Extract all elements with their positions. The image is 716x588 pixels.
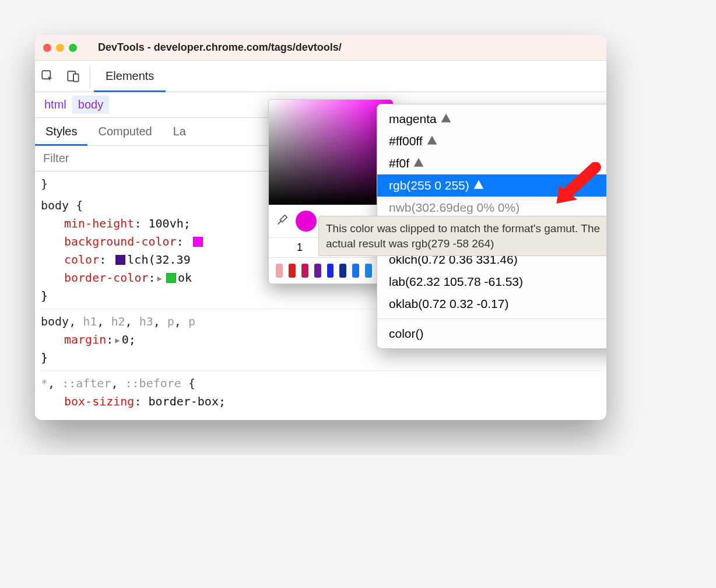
device-toggle-icon[interactable] bbox=[61, 64, 86, 89]
warning-icon bbox=[473, 178, 485, 192]
toolbar-divider bbox=[90, 65, 90, 88]
zoom-window-button[interactable] bbox=[69, 44, 77, 52]
annotation-arrow-icon bbox=[551, 162, 603, 209]
crumb-body[interactable]: body bbox=[72, 96, 109, 114]
swatch-border[interactable] bbox=[166, 273, 176, 283]
close-window-button[interactable] bbox=[43, 44, 51, 52]
expand-icon[interactable]: ▶ bbox=[115, 335, 120, 345]
current-color-swatch bbox=[296, 211, 317, 232]
warning-icon bbox=[426, 134, 438, 148]
subtab-computed[interactable]: Computed bbox=[87, 118, 162, 145]
palette-swatch[interactable] bbox=[276, 264, 283, 278]
menu-divider bbox=[377, 318, 606, 319]
format-option-oklab[interactable]: oklab(0.72 0.32 -0.17) bbox=[377, 293, 606, 315]
color-picker: 1 R ▲▼ bbox=[268, 99, 394, 284]
minimize-window-button[interactable] bbox=[56, 44, 64, 52]
subtab-layout[interactable]: La bbox=[163, 118, 196, 145]
warning-icon bbox=[413, 156, 424, 170]
format-option-hex6[interactable]: #ff00ff bbox=[377, 130, 606, 152]
palette-row: ▲▼ bbox=[269, 257, 393, 284]
palette-swatch[interactable] bbox=[301, 264, 308, 278]
swatch-bg[interactable] bbox=[193, 237, 203, 247]
prop-min-height[interactable]: min-height bbox=[64, 216, 134, 230]
gamut-clip-tooltip: This color was clipped to match the form… bbox=[318, 216, 606, 256]
color-field[interactable] bbox=[269, 100, 393, 205]
prop-border-color[interactable]: border-color bbox=[64, 271, 149, 285]
palette-swatch[interactable] bbox=[314, 264, 321, 278]
svg-rect-2 bbox=[73, 74, 79, 81]
prop-background-color[interactable]: background-color bbox=[64, 235, 177, 249]
selector-universal[interactable]: *, ::after, ::before { bbox=[41, 374, 601, 393]
rule-universal: *, ::after, ::before { box-sizing: borde… bbox=[41, 371, 601, 414]
format-option-lab[interactable]: lab(62.32 105.78 -61.53) bbox=[377, 271, 606, 293]
format-option-magenta[interactable]: magenta bbox=[377, 108, 606, 130]
inspect-element-icon[interactable] bbox=[35, 64, 61, 89]
traffic-lights bbox=[43, 44, 77, 52]
tab-elements[interactable]: Elements bbox=[94, 61, 166, 92]
prop-box-sizing[interactable]: box-sizing bbox=[64, 394, 134, 408]
prop-color[interactable]: color bbox=[64, 253, 99, 267]
palette-swatch[interactable] bbox=[352, 264, 359, 278]
crumb-html[interactable]: html bbox=[38, 96, 72, 114]
titlebar: DevTools - developer.chrome.com/tags/dev… bbox=[35, 35, 606, 61]
expand-icon[interactable]: ▶ bbox=[157, 274, 162, 283]
eyedropper-icon[interactable] bbox=[276, 214, 289, 229]
format-option-color-fn[interactable]: color() ▶ bbox=[377, 323, 606, 345]
warning-icon bbox=[440, 112, 452, 126]
palette-swatch[interactable] bbox=[365, 264, 372, 278]
palette-swatch[interactable] bbox=[339, 264, 346, 278]
devtools-toolbar: Elements bbox=[35, 61, 606, 92]
subtab-styles[interactable]: Styles bbox=[35, 118, 87, 145]
tab-elements-label: Elements bbox=[106, 69, 154, 83]
palette-swatch[interactable] bbox=[289, 264, 296, 278]
swatch-color[interactable] bbox=[115, 255, 125, 265]
prop-margin[interactable]: margin bbox=[64, 332, 106, 346]
window-title: DevTools - developer.chrome.com/tags/dev… bbox=[98, 41, 342, 54]
palette-swatch[interactable] bbox=[327, 264, 334, 278]
devtools-window: DevTools - developer.chrome.com/tags/dev… bbox=[35, 35, 606, 420]
